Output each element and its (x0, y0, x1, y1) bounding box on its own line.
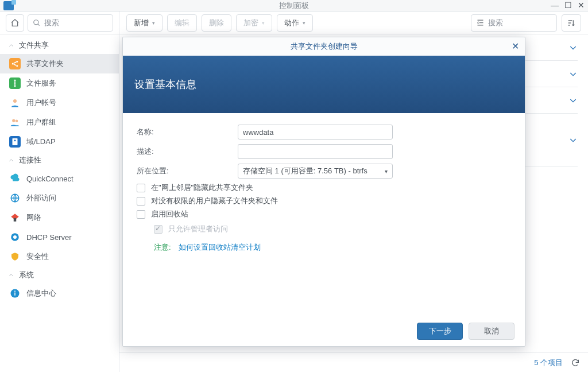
sort-button[interactable] (562, 14, 581, 32)
note-row: 注意: 如何设置回收站清空计划 (154, 242, 511, 253)
window-titlebar: 控制面板 — ☐ ✕ (0, 0, 588, 11)
create-shared-folder-wizard: 共享文件夹创建向导 ✕ 设置基本信息 名称: 描述: 所在位置: 存储空间 1 … (122, 37, 525, 347)
svg-point-5 (12, 119, 15, 122)
name-label: 名称: (137, 127, 238, 137)
svg-point-12 (13, 235, 17, 239)
name-input[interactable] (238, 125, 393, 140)
sidebar-item-dhcp[interactable]: DHCP Server (0, 227, 119, 247)
dialog-titlebar: 共享文件夹创建向导 ✕ (123, 37, 525, 56)
desc-label: 描述: (137, 146, 238, 157)
sidebar-search-placeholder: 搜索 (44, 18, 59, 28)
window-max-icon[interactable]: ☐ (564, 0, 572, 10)
svg-point-4 (13, 99, 17, 103)
sidebar-group-connectivity[interactable]: 连接性 (0, 152, 119, 169)
svg-point-8 (14, 140, 16, 141)
status-footer: 5 个项目 (119, 352, 588, 372)
window-title: 控制面板 (0, 1, 588, 11)
dialog-banner-title: 设置基本信息 (134, 78, 196, 91)
chevron-down-icon: ▾ (385, 168, 388, 175)
sidebar-item-external-access[interactable]: 外部访问 (0, 188, 119, 208)
hide-network-checkbox[interactable]: 在"网上邻居"隐藏此共享文件夹 (137, 183, 511, 193)
sidebar-group-fileshare[interactable]: 文件共享 (0, 37, 119, 54)
dialog-close-icon[interactable]: ✕ (512, 41, 519, 52)
note-link[interactable]: 如何设置回收站清空计划 (179, 243, 261, 251)
home-button[interactable] (6, 14, 24, 32)
window-close-icon[interactable]: ✕ (578, 0, 585, 10)
svg-point-3 (16, 65, 18, 67)
sidebar-item-info-center[interactable]: 信息中心 (0, 284, 119, 303)
sidebar-item-quickconnect[interactable]: QuickConnect (0, 169, 119, 188)
sidebar-item-network[interactable]: 网络 (0, 208, 119, 227)
location-select[interactable]: 存储空间 1 (可用容量: 7.56 TB) - btrfs ▾ (238, 164, 393, 179)
admin-only-checkbox: 只允许管理者访问 (154, 224, 511, 234)
desc-input[interactable] (238, 144, 393, 159)
next-button[interactable]: 下一步 (417, 323, 463, 340)
sidebar-item-file-services[interactable]: 文件服务 (0, 73, 119, 93)
delete-button[interactable]: 删除 (202, 14, 231, 32)
window-min-icon[interactable]: — (551, 0, 559, 10)
location-label: 所在位置: (137, 166, 238, 176)
refresh-icon[interactable] (571, 358, 580, 367)
sidebar-group-system[interactable]: 系统 (0, 266, 119, 284)
sidebar-search-input[interactable]: 搜索 (28, 14, 113, 32)
svg-point-2 (16, 61, 18, 63)
new-button[interactable]: 新增▾ (126, 14, 163, 32)
svg-point-1 (12, 63, 14, 65)
toolbar-search-input[interactable]: 搜索 (471, 14, 557, 32)
svg-rect-10 (14, 218, 17, 222)
sidebar-item-security[interactable]: 安全性 (0, 247, 119, 266)
location-value: 存储空间 1 (可用容量: 7.56 TB) - btrfs (243, 166, 368, 176)
sidebar: 文件共享 共享文件夹 文件服务 用户帐号 用户群组 域/LDAP 连接性 (0, 34, 119, 372)
sidebar-item-shared-folder[interactable]: 共享文件夹 (0, 54, 119, 73)
note-label: 注意: (154, 243, 171, 251)
svg-point-15 (14, 290, 16, 292)
top-toolbar: 搜索 新增▾ 编辑 删除 加密▾ 动作▾ 搜索 (0, 11, 588, 34)
enable-recycle-checkbox[interactable]: 启用回收站 (137, 209, 511, 219)
svg-rect-14 (14, 293, 16, 296)
cancel-button[interactable]: 取消 (469, 323, 514, 340)
dialog-banner: 设置基本信息 (123, 56, 525, 113)
sidebar-item-user[interactable]: 用户帐号 (0, 93, 119, 113)
edit-button[interactable]: 编辑 (167, 14, 197, 32)
svg-point-6 (16, 120, 18, 123)
item-count: 5 个项目 (534, 358, 563, 368)
sidebar-item-group[interactable]: 用户群组 (0, 113, 119, 132)
svg-point-0 (34, 20, 38, 24)
encrypt-button[interactable]: 加密▾ (236, 14, 272, 32)
action-button[interactable]: 动作▾ (277, 14, 313, 32)
hide-noperm-checkbox[interactable]: 对没有权限的用户隐藏子文件夹和文件 (137, 196, 511, 206)
dialog-title: 共享文件夹创建向导 (291, 41, 358, 52)
svg-rect-7 (13, 138, 18, 145)
sidebar-item-domain[interactable]: 域/LDAP (0, 132, 119, 152)
